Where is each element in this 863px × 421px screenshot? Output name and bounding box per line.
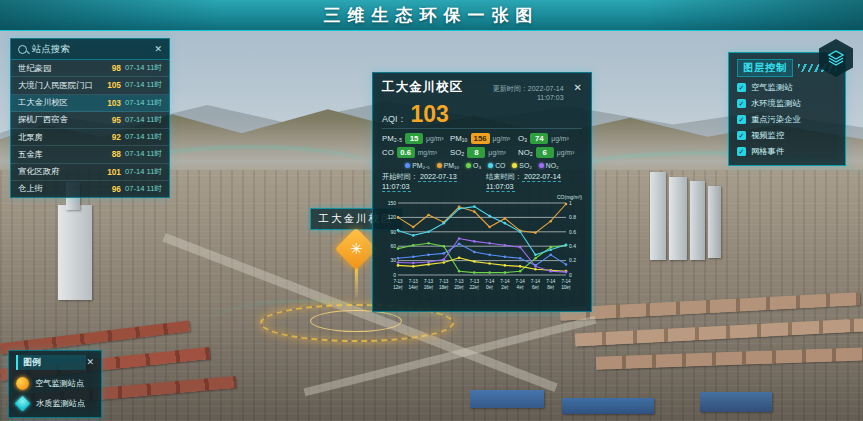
pollutant-value-badge: 6 — [536, 147, 554, 158]
svg-text:0时: 0时 — [486, 285, 494, 290]
pollutant-grid: PM₂.₅15μg/m³PM₁₀156μg/m³O₃74μg/m³CO0.6mg… — [382, 133, 582, 158]
svg-text:7-13: 7-13 — [409, 279, 419, 284]
popup-title: 工大金川校区 — [382, 79, 463, 96]
close-icon[interactable]: ✕ — [574, 82, 582, 93]
checkbox-checked-icon[interactable]: ✓ — [737, 99, 746, 108]
pollutant-unit: μg/m³ — [551, 135, 569, 142]
station-row[interactable]: 工大金川校区10307-14 11时 — [11, 95, 169, 112]
legend-item[interactable]: PM₁₀ — [437, 162, 459, 169]
checkbox-checked-icon[interactable]: ✓ — [737, 83, 746, 92]
legend-item[interactable]: SO₂ — [512, 162, 531, 169]
svg-text:7-14: 7-14 — [561, 279, 571, 284]
svg-text:10时: 10时 — [561, 285, 571, 290]
pollutant-unit: μg/m³ — [493, 135, 511, 142]
pollutant-unit: μg/m³ — [557, 149, 575, 156]
station-name: 探机厂西宿舍 — [18, 114, 108, 125]
station-name: 宣化区政府 — [18, 166, 103, 177]
legend-label: PM₁₀ — [444, 162, 459, 169]
station-update-time: 07-14 11时 — [125, 80, 162, 90]
svg-text:2时: 2时 — [501, 285, 509, 290]
svg-text:16时: 16时 — [424, 285, 434, 290]
update-time: 更新时间：2022-07-14 11:07:03 — [469, 84, 564, 101]
close-icon[interactable]: ✕ — [154, 45, 162, 54]
station-row[interactable]: 北泵房9207-14 11时 — [11, 129, 169, 146]
pollutant-name: O₃ — [518, 134, 527, 143]
layer-label: 水环境监测站 — [751, 98, 801, 109]
svg-text:12时: 12时 — [393, 285, 403, 290]
station-row[interactable]: 五金库8807-14 11时 — [11, 146, 169, 163]
map-legend-panel: 图例 ✕ 空气监测站点水质监测站点 — [8, 350, 102, 418]
svg-text:7-14: 7-14 — [516, 279, 526, 284]
legend-item[interactable]: PM₂.₅ — [405, 162, 429, 169]
industrial-roof — [562, 398, 654, 414]
search-icon — [18, 45, 27, 54]
svg-text:90: 90 — [390, 229, 396, 235]
legend-dot — [437, 163, 442, 168]
station-update-time: 07-14 11时 — [125, 184, 162, 194]
checkbox-checked-icon[interactable]: ✓ — [737, 131, 746, 140]
layer-item[interactable]: ✓空气监测站 — [737, 82, 837, 93]
checkbox-checked-icon[interactable]: ✓ — [737, 147, 746, 156]
station-update-time: 07-14 11时 — [125, 115, 162, 125]
svg-text:4时: 4时 — [517, 285, 525, 290]
svg-text:7-13: 7-13 — [454, 279, 464, 284]
pollutant-name: NO₂ — [518, 148, 533, 157]
layer-label: 空气监测站 — [751, 82, 792, 93]
legend-panel-title: 图例 — [16, 355, 86, 370]
pollutant-value-badge: 74 — [530, 133, 548, 144]
pollutant-cell: SO₂8μg/m³ — [450, 147, 514, 158]
legend-label: SO₂ — [519, 162, 531, 169]
air-station-marker-icon[interactable]: ✳ — [335, 228, 377, 270]
legend-item[interactable]: O₃ — [466, 162, 481, 169]
legend-label: CO — [495, 162, 505, 169]
checkbox-checked-icon[interactable]: ✓ — [737, 115, 746, 124]
legend-item[interactable]: 水质监测站点 — [16, 397, 94, 410]
station-aqi-value: 98 — [112, 63, 121, 73]
svg-text:CO(mg/m³): CO(mg/m³) — [557, 194, 582, 200]
svg-text:20时: 20时 — [454, 285, 464, 290]
legend-dot — [512, 163, 517, 168]
pollutant-name: PM₁₀ — [450, 134, 468, 143]
svg-text:7-14: 7-14 — [485, 279, 495, 284]
legend-item-label: 水质监测站点 — [36, 398, 85, 409]
legend-item[interactable]: 空气监测站点 — [16, 377, 94, 390]
svg-text:0: 0 — [569, 272, 572, 278]
svg-text:60: 60 — [390, 243, 396, 249]
layer-label: 网格事件 — [751, 146, 784, 157]
marker-glow-ring-inner — [310, 310, 402, 332]
station-update-time: 07-14 11时 — [125, 167, 162, 177]
station-row[interactable]: 仓上街9607-14 11时 — [11, 181, 169, 197]
svg-text:0.2: 0.2 — [569, 257, 576, 263]
pollutant-name: CO — [382, 148, 394, 157]
pollutant-cell: PM₁₀156μg/m³ — [450, 133, 514, 144]
layer-item[interactable]: ✓重点污染企业 — [737, 114, 837, 125]
legend-item[interactable]: CO — [488, 162, 505, 169]
station-aqi-value: 96 — [112, 184, 121, 194]
station-panel-header: 站点搜索 ✕ — [11, 39, 169, 60]
station-row[interactable]: 宣化区政府10107-14 11时 — [11, 164, 169, 181]
start-time-label: 开始时间： — [382, 172, 418, 181]
layer-panel-title: 图层控制 — [737, 59, 793, 77]
svg-text:7-14: 7-14 — [531, 279, 541, 284]
layer-item[interactable]: ✓网格事件 — [737, 146, 837, 157]
station-search-panel: 站点搜索 ✕ 世纪豪园9807-14 11时大境门人民医院门口10507-14 … — [10, 38, 170, 198]
station-aqi-value: 88 — [112, 149, 121, 159]
water-station-marker-icon — [15, 396, 31, 412]
end-time-group: 结束时间：2022-07-14 11:07:03 — [486, 172, 582, 191]
station-detail-popup: 工大金川校区 更新时间：2022-07-14 11:07:03 ✕ AQI： 1… — [372, 72, 592, 312]
layer-list: ✓空气监测站✓水环境监测站✓重点污染企业✓视频监控✓网格事件 — [737, 82, 837, 157]
legend-item[interactable]: NO₂ — [539, 162, 559, 169]
svg-text:150: 150 — [388, 200, 397, 206]
svg-text:7-13: 7-13 — [424, 279, 434, 284]
layer-label: 重点污染企业 — [751, 114, 801, 125]
chart-legend: PM₂.₅PM₁₀O₃COSO₂NO₂ — [382, 162, 582, 169]
layer-item[interactable]: ✓视频监控 — [737, 130, 837, 141]
station-row[interactable]: 探机厂西宿舍9507-14 11时 — [11, 112, 169, 129]
layer-item[interactable]: ✓水环境监测站 — [737, 98, 837, 109]
station-name: 世纪豪园 — [18, 63, 108, 74]
legend-label: NO₂ — [546, 162, 559, 169]
station-name: 工大金川校区 — [18, 97, 103, 108]
station-row[interactable]: 世纪豪园9807-14 11时 — [11, 60, 169, 77]
close-icon[interactable]: ✕ — [86, 358, 94, 367]
station-row[interactable]: 大境门人民医院门口10507-14 11时 — [11, 77, 169, 94]
